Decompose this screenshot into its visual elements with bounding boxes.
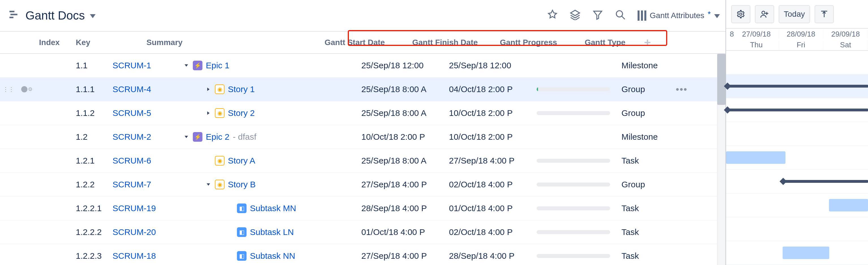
issue-key-link[interactable]: SCRUM-7	[113, 180, 151, 189]
svg-marker-11	[185, 64, 188, 67]
svg-marker-13	[207, 111, 210, 115]
expander-down-icon[interactable]	[183, 134, 189, 140]
cell-index: 1.2.1	[73, 156, 110, 165]
layers-icon[interactable]	[570, 9, 581, 22]
toolbar: Gantt Docs Gantt Attributes*	[0, 0, 725, 31]
progress-bar	[537, 230, 610, 234]
attributes-dropdown[interactable]: Gantt Attributes*	[638, 10, 720, 22]
timeline-date[interactable]: 27/09/18	[734, 30, 779, 38]
issue-key-link[interactable]: SCRUM-5	[113, 108, 151, 117]
gantt-group-bar[interactable]	[782, 180, 868, 183]
timeline-date[interactable]: 29/09/18	[823, 30, 868, 38]
issue-summary-link[interactable]: Subtask MN	[250, 204, 296, 213]
table-row[interactable]: ⋮⋮1.2SCRUM-2⚡Epic 2 - dfasf10/Oct/18 2:0…	[0, 125, 725, 149]
fit-button[interactable]	[814, 5, 834, 23]
table-row[interactable]: ⋮⋮1.2.2.3SCRUM-18◧Subtask NN27/Sep/18 4:…	[0, 244, 725, 265]
scrollbar-thumb[interactable]	[717, 54, 725, 105]
timeline-row[interactable]	[726, 241, 868, 265]
timeline-row[interactable]	[726, 98, 868, 122]
cell-finish-date: 10/Oct/18 2:00 P	[447, 132, 534, 142]
cell-start-date: 28/Sep/18 4:00 P	[359, 204, 447, 213]
timeline-date[interactable]: 28/09/18	[779, 30, 823, 38]
row-actions-button[interactable]: •••	[676, 84, 693, 95]
pin-icon[interactable]	[547, 9, 558, 22]
issue-summary-link[interactable]: Story 2	[228, 108, 255, 118]
cell-index: 1.2.2	[73, 180, 110, 189]
issue-summary-link[interactable]: Epic 2	[206, 132, 229, 142]
table-row[interactable]: ⋮⋮1.2.2SCRUM-7◉Story B27/Sep/18 4:00 P02…	[0, 173, 725, 197]
columns-icon	[638, 10, 646, 21]
issue-summary-link[interactable]: Story 1	[228, 84, 255, 94]
column-header-key[interactable]: Key	[73, 38, 144, 47]
today-button[interactable]: Today	[779, 5, 810, 23]
svg-point-17	[762, 11, 765, 14]
table-row[interactable]: ⋮⋮1.2.2.2SCRUM-20◧Subtask LN01/Oct/18 4:…	[0, 220, 725, 244]
gantt-task-bar[interactable]	[829, 199, 868, 211]
expander-down-icon[interactable]	[205, 181, 212, 188]
cell-progress	[534, 159, 619, 163]
issue-key-link[interactable]: SCRUM-1	[113, 61, 151, 70]
gantt-group-start-marker	[779, 178, 786, 185]
timeline-row[interactable]	[726, 217, 868, 241]
expander-down-icon[interactable]	[183, 62, 189, 69]
resources-button[interactable]	[755, 5, 774, 23]
expander-right-icon[interactable]	[205, 86, 212, 92]
issue-key-link[interactable]: SCRUM-2	[113, 132, 151, 141]
gantt-group-bar[interactable]	[726, 85, 868, 87]
timeline-rows[interactable]	[726, 51, 868, 265]
timeline-toolbar: Today	[726, 0, 868, 28]
issue-summary-link[interactable]: Subtask NN	[250, 251, 295, 261]
issue-summary-link[interactable]: Subtask LN	[250, 227, 294, 237]
issue-key-link[interactable]: SCRUM-4	[113, 84, 151, 94]
svg-marker-15	[207, 183, 210, 186]
issue-summary-link[interactable]: Story A	[228, 156, 255, 165]
timeline-row[interactable]	[726, 146, 868, 170]
search-icon[interactable]	[615, 9, 626, 22]
table-row[interactable]: ⋮⋮1.2.2.1SCRUM-19◧Subtask MN28/Sep/18 4:…	[0, 197, 725, 220]
attributes-label: Gantt Attributes	[650, 11, 704, 20]
timeline-row[interactable]	[726, 51, 868, 75]
issue-key-link[interactable]: SCRUM-18	[113, 251, 156, 261]
gantt-task-bar[interactable]	[783, 246, 829, 259]
filter-icon[interactable]	[592, 9, 603, 22]
column-header-progress[interactable]: Gantt Progress	[498, 38, 583, 47]
column-header-index[interactable]: Index	[37, 38, 73, 47]
issue-key-link[interactable]: SCRUM-6	[113, 156, 151, 165]
issue-key-link[interactable]: SCRUM-20	[113, 227, 156, 237]
column-header-summary[interactable]: Summary	[144, 38, 322, 47]
drag-handle-icon[interactable]: ⋮⋮	[0, 86, 17, 93]
column-header-start[interactable]: Gantt Start Date	[322, 38, 410, 47]
add-column-button[interactable]	[639, 38, 656, 47]
cell-type: Task	[619, 227, 676, 237]
issue-key-link[interactable]: SCRUM-19	[113, 204, 156, 213]
table-row[interactable]: ⋮⋮1.1.1SCRUM-4◉Story 125/Sep/18 8:00 A04…	[0, 78, 725, 102]
view-title-dropdown[interactable]: Gantt Docs	[8, 9, 96, 23]
column-header-type[interactable]: Gantt Type	[583, 38, 639, 47]
gantt-task-bar[interactable]	[726, 151, 785, 164]
gantt-group-bar[interactable]	[726, 109, 868, 111]
timeline-row[interactable]	[726, 122, 868, 146]
cell-index: 1.1	[73, 61, 110, 70]
cell-finish-date: 01/Oct/18 4:00 P	[447, 204, 534, 213]
expander-right-icon[interactable]	[205, 110, 212, 116]
timeline-row[interactable]	[726, 170, 868, 193]
table-row[interactable]: ⋮⋮1.1.2SCRUM-5◉Story 225/Sep/18 8:00 A10…	[0, 102, 725, 125]
issue-summary-link[interactable]: Epic 1	[206, 61, 229, 70]
svg-marker-4	[570, 10, 580, 16]
settings-button[interactable]	[731, 5, 750, 23]
table-row[interactable]: ⋮⋮1.2.1SCRUM-6◉Story A25/Sep/18 8:00 A27…	[0, 149, 725, 173]
app-root: Gantt Docs Gantt Attributes* Index	[0, 0, 868, 265]
timeline-row[interactable]	[726, 75, 868, 98]
column-header-finish[interactable]: Gantt Finish Date	[410, 38, 498, 47]
timeline-header: 8 27/09/18 28/09/18 29/09/18 Thu Fri Sat	[726, 28, 868, 51]
today-label: Today	[784, 10, 805, 19]
svg-marker-5	[594, 11, 602, 19]
timeline-row[interactable]	[726, 193, 868, 217]
cell-type: Group	[619, 108, 676, 118]
issue-summary-link[interactable]: Story B	[228, 180, 256, 189]
cell-finish-date: 27/Sep/18 4:00 P	[447, 156, 534, 165]
row-marker[interactable]	[17, 86, 37, 92]
progress-bar	[537, 206, 610, 210]
table-row[interactable]: ⋮⋮1.1SCRUM-1⚡Epic 125/Sep/18 12:0025/Sep…	[0, 54, 725, 78]
story-icon: ◉	[215, 180, 224, 189]
